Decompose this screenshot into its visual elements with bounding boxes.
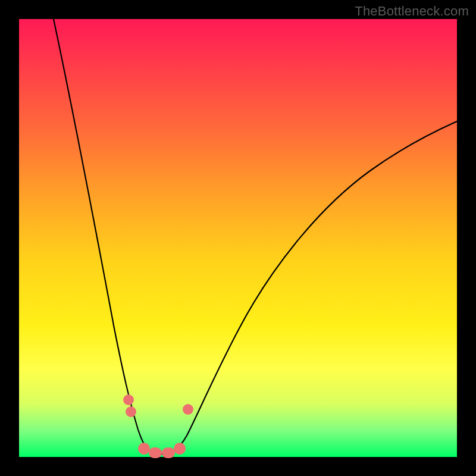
marker-valley-right xyxy=(174,443,186,455)
marker-left-cluster-mid xyxy=(126,406,136,417)
watermark-text: TheBottleneck.com xyxy=(355,4,469,19)
marker-right-cluster-top xyxy=(183,404,193,415)
marker-valley-mid xyxy=(162,447,175,458)
curve-svg xyxy=(19,19,457,457)
marker-left-cluster-top xyxy=(123,394,134,405)
bottleneck-curve xyxy=(54,19,457,454)
marker-valley-midleft xyxy=(149,447,162,458)
gradient-plot-area xyxy=(19,19,457,457)
marker-valley-left xyxy=(138,443,150,455)
